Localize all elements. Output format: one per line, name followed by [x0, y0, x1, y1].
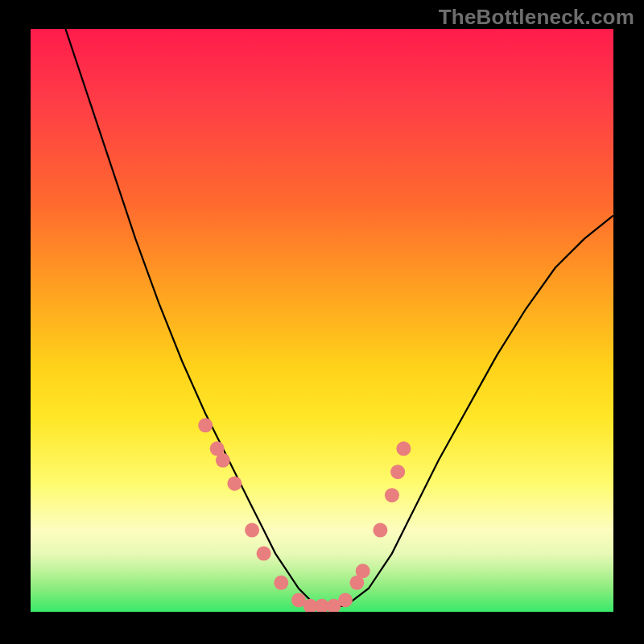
- watermark-text: TheBottleneck.com: [439, 5, 634, 30]
- data-marker: [274, 576, 288, 590]
- markers-group: [198, 418, 411, 612]
- data-marker: [373, 523, 387, 538]
- data-marker: [216, 453, 230, 468]
- data-marker: [227, 477, 242, 491]
- data-marker: [245, 523, 259, 538]
- data-marker: [385, 488, 399, 502]
- data-marker: [198, 418, 213, 432]
- data-marker: [396, 441, 411, 456]
- chart-overlay-svg: [31, 29, 613, 612]
- chart-frame: TheBottleneck.com: [0, 0, 644, 644]
- curve-path: [65, 29, 613, 606]
- data-marker: [257, 547, 271, 561]
- data-marker: [356, 564, 370, 578]
- data-marker: [338, 593, 353, 608]
- data-marker: [390, 464, 405, 479]
